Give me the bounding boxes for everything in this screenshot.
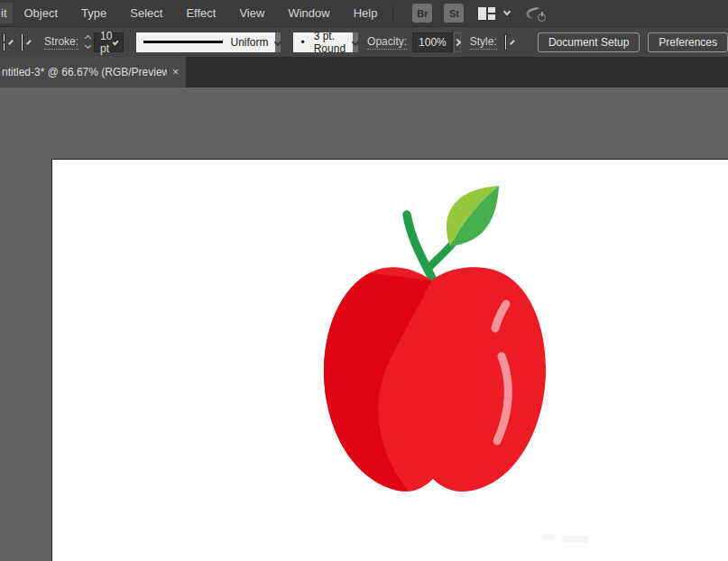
document-tab[interactable]: ntitled-3* @ 66.67% (RGB/Preview) × <box>0 57 186 87</box>
opacity-label[interactable]: Opacity: <box>367 35 407 50</box>
width-profile-chevron[interactable] <box>275 32 281 52</box>
fill-color-chevron-icon[interactable] <box>9 40 14 45</box>
preferences-button[interactable]: Preferences <box>648 32 728 52</box>
menu-divider <box>392 5 393 22</box>
fill-color-swatch[interactable] <box>3 33 5 51</box>
control-bar: Stroke: 10 pt Uniform • 3 pt. Round Opac… <box>0 26 728 57</box>
share-power-icon[interactable] <box>526 5 546 22</box>
menu-item-help[interactable]: Help <box>342 2 390 24</box>
menu-item-select[interactable]: Select <box>118 2 174 24</box>
width-profile-preview <box>143 41 223 43</box>
tab-close-icon[interactable]: × <box>172 66 179 78</box>
style-label[interactable]: Style: <box>470 35 497 50</box>
menu-item-type[interactable]: Type <box>69 2 118 24</box>
style-swatch[interactable] <box>504 34 507 51</box>
arrange-documents-icon[interactable] <box>478 7 495 20</box>
arrange-documents-chevron-icon[interactable] <box>503 8 511 15</box>
menu-item-effect[interactable]: Effect <box>174 2 227 24</box>
opacity-value: 100% <box>419 36 447 49</box>
stroke-color-chevron-icon[interactable] <box>26 40 32 45</box>
menu-item-window[interactable]: Window <box>276 2 341 24</box>
document-tab-bar: ntitled-3* @ 66.67% (RGB/Preview) × <box>0 57 728 87</box>
canvas-pasteboard[interactable] <box>0 87 728 561</box>
brush-dot-icon: • <box>300 36 304 49</box>
stroke-color-swatch[interactable] <box>21 33 23 51</box>
document-tab-title: ntitled-3* @ 66.67% (RGB/Preview) <box>2 66 167 78</box>
document-setup-button[interactable]: Document Setup <box>538 32 640 52</box>
menu-item-view[interactable]: View <box>227 2 276 24</box>
width-profile-dropdown[interactable]: Uniform <box>136 32 275 52</box>
brush-value: 3 pt. Round <box>314 30 346 55</box>
brush-dropdown[interactable]: • 3 pt. Round <box>293 32 353 52</box>
opacity-options-button[interactable] <box>454 32 461 52</box>
style-chevron-icon[interactable] <box>510 40 515 45</box>
brush-chevron[interactable] <box>353 32 358 52</box>
stroke-label[interactable]: Stroke: <box>44 35 78 50</box>
stroke-weight-dropdown[interactable]: 10 pt <box>94 32 124 52</box>
menu-item-edit[interactable]: it <box>0 3 13 23</box>
stroke-weight-stepper[interactable] <box>86 36 90 48</box>
watermark <box>542 532 598 545</box>
bridge-button[interactable]: Br <box>412 4 432 23</box>
width-profile-value: Uniform <box>230 36 268 49</box>
menu-bar: it Object Type Select Effect View Window… <box>0 0 728 26</box>
menu-item-object[interactable]: Object <box>13 2 70 24</box>
stock-button[interactable]: St <box>444 4 464 23</box>
opacity-field[interactable]: 100% <box>412 32 453 52</box>
